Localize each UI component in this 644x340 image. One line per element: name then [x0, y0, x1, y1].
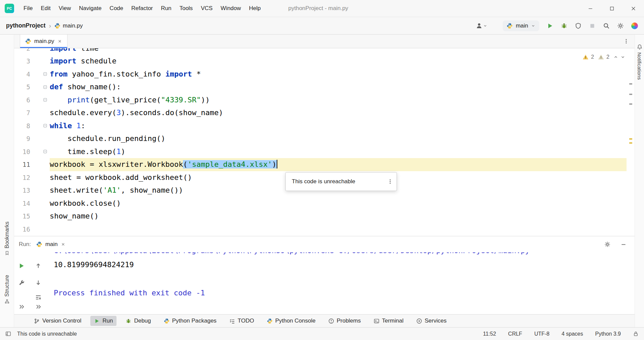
soft-wrap-button[interactable]	[35, 294, 42, 301]
search-everywhere-button[interactable]	[603, 22, 610, 29]
menu-edit[interactable]: Edit	[37, 3, 54, 14]
tool-stripe-notifications[interactable]: Notifications	[635, 44, 644, 80]
fold-marker-icon[interactable]	[43, 124, 47, 128]
menu-refactor[interactable]: Refactor	[127, 3, 157, 14]
menu-run[interactable]: Run	[157, 3, 175, 14]
tool-window-button-todo[interactable]: TODO	[226, 316, 258, 326]
fold-marker-icon[interactable]	[43, 72, 47, 76]
breadcrumb-file[interactable]: main.py	[54, 22, 83, 29]
code-line-2[interactable]: 2import time	[14, 48, 627, 55]
tool-window-button-version-control[interactable]: Version Control	[30, 316, 85, 326]
line-number[interactable]: 8	[14, 119, 30, 133]
settings-button[interactable]	[617, 22, 624, 29]
fold-marker-icon[interactable]	[43, 98, 47, 102]
chevron-down-icon	[483, 24, 487, 28]
down-stack-trace-button[interactable]	[35, 279, 42, 286]
fold-marker-icon[interactable]	[43, 149, 47, 154]
coverage-button[interactable]	[575, 22, 582, 29]
menu-window[interactable]: Window	[217, 3, 245, 14]
close-window-button[interactable]	[623, 0, 644, 17]
status-interpreter[interactable]: Python 3.9	[595, 331, 621, 337]
line-number[interactable]: 16	[14, 223, 30, 236]
plugin-button[interactable]	[631, 22, 638, 29]
rerun-button[interactable]	[18, 262, 25, 269]
line-number[interactable]: 11	[14, 158, 30, 171]
code-line-10[interactable]: 10 time.sleep(1)	[14, 145, 627, 158]
line-number[interactable]: 10	[14, 145, 30, 158]
run-button[interactable]	[547, 22, 553, 29]
line-number[interactable]: 15	[14, 210, 30, 223]
menu-file[interactable]: File	[19, 3, 37, 14]
code-line-11[interactable]: 11workbook = xlsxwriter.Workbook('sample…	[14, 158, 627, 171]
line-number[interactable]: 4	[14, 68, 30, 81]
line-number[interactable]: 9	[14, 132, 30, 145]
tab-options-kebab-icon[interactable]	[623, 38, 629, 44]
minimize-button[interactable]	[580, 0, 601, 17]
code-line-9[interactable]: 9 schedule.run_pending()	[14, 132, 627, 145]
line-number[interactable]: 7	[14, 106, 30, 119]
tool-stripe-bookmarks[interactable]: Bookmarks	[0, 222, 14, 255]
tool-window-button-python-packages[interactable]: Python Packages	[160, 316, 220, 326]
menu-help[interactable]: Help	[245, 3, 265, 14]
next-warning-icon[interactable]	[620, 55, 625, 59]
fold-gutter	[30, 197, 50, 210]
code-editor[interactable]: 2import time3import schedule4from yahoo_…	[14, 48, 635, 236]
inspections-widget[interactable]: 2 2	[581, 53, 627, 61]
lock-icon[interactable]	[633, 331, 639, 337]
tool-window-button-debug[interactable]: Debug	[122, 316, 154, 326]
status-caret-position[interactable]: 11:52	[483, 331, 496, 337]
tool-window-button-python-console[interactable]: Python Console	[263, 316, 319, 326]
close-tab-icon[interactable]	[57, 39, 62, 44]
code-line-5[interactable]: 5def show_name():	[14, 81, 627, 94]
more-actions-icon[interactable]	[35, 303, 42, 310]
run-configuration-selector[interactable]: main	[503, 20, 539, 31]
line-number[interactable]: 3	[14, 55, 30, 68]
debug-button[interactable]	[561, 22, 567, 29]
close-run-tab-icon[interactable]	[61, 242, 65, 247]
status-line-ending[interactable]: CRLF	[508, 331, 522, 337]
fold-marker-icon[interactable]	[43, 85, 47, 89]
line-number[interactable]: 12	[14, 171, 30, 184]
line-number[interactable]: 6	[14, 94, 30, 107]
console-settings-button[interactable]	[18, 279, 25, 286]
editor-tab-main-py[interactable]: main.py	[20, 35, 67, 48]
line-number[interactable]: 2	[14, 48, 30, 55]
up-stack-trace-button[interactable]	[35, 262, 42, 269]
code-line-8[interactable]: 8while 1:	[14, 119, 627, 133]
line-number[interactable]: 13	[14, 184, 30, 197]
tool-window-button-terminal[interactable]: Terminal	[370, 316, 407, 326]
tooltip-more-actions-icon[interactable]	[387, 179, 393, 185]
line-number[interactable]: 5	[14, 81, 30, 94]
run-settings-gear-icon[interactable]	[604, 241, 610, 247]
menu-code[interactable]: Code	[105, 3, 127, 14]
stop-button[interactable]	[589, 22, 596, 29]
code-line-15[interactable]: 15show_name()	[14, 210, 627, 223]
previous-warning-icon[interactable]	[613, 55, 618, 59]
code-line-14[interactable]: 14workbook.close()	[14, 197, 627, 210]
menu-vcs[interactable]: VCS	[197, 3, 217, 14]
tool-window-button-problems[interactable]: Problems	[325, 316, 365, 326]
line-number[interactable]: 14	[14, 197, 30, 210]
fold-gutter	[30, 223, 50, 236]
tool-stripe-structure[interactable]: Structure	[0, 275, 14, 304]
code-line-6[interactable]: 6 print(get_live_price("4339.SR"))	[14, 94, 627, 107]
code-line-3[interactable]: 3import schedule	[14, 55, 627, 68]
run-tab-main[interactable]: main	[36, 241, 65, 248]
tool-window-button-services[interactable]: Services	[413, 316, 450, 326]
status-encoding[interactable]: UTF-8	[534, 331, 549, 337]
breadcrumb-project[interactable]: pythonProject	[6, 22, 46, 29]
hide-panel-icon[interactable]	[620, 241, 627, 247]
code-line-4[interactable]: 4from yahoo_fin.stock_info import *	[14, 68, 627, 81]
tool-window-layout-icon[interactable]	[5, 331, 11, 337]
code-with-me-button[interactable]	[476, 22, 487, 29]
maximize-button[interactable]	[601, 0, 623, 17]
code-line-7[interactable]: 7schedule.every(3).seconds.do(show_name)	[14, 106, 627, 119]
menu-navigate[interactable]: Navigate	[75, 3, 105, 14]
menu-tools[interactable]: Tools	[175, 3, 197, 14]
tool-window-button-run[interactable]: Run	[90, 316, 117, 326]
menu-view[interactable]: View	[55, 3, 75, 14]
code-text: schedule.every(3).seconds.do(show_name)	[50, 106, 627, 119]
more-actions-icon[interactable]	[18, 303, 25, 310]
status-indent[interactable]: 4 spaces	[561, 331, 583, 337]
code-line-16[interactable]: 16	[14, 223, 627, 236]
